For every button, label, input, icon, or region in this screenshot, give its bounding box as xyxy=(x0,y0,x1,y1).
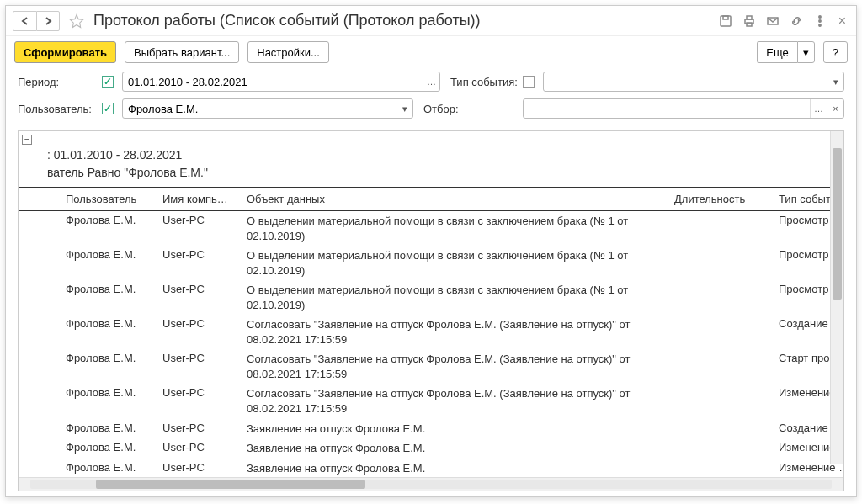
vscroll-thumb[interactable] xyxy=(833,148,842,300)
table-row[interactable]: Фролова Е.М.User-PCЗаявление на отпуск Ф… xyxy=(19,438,843,459)
event-type-checkbox[interactable] xyxy=(523,76,535,88)
svg-rect-1 xyxy=(723,16,728,19)
selection-clear-icon[interactable]: × xyxy=(827,99,843,118)
table-row[interactable]: Фролова Е.М.User-PCСогласовать "Заявлени… xyxy=(19,315,843,349)
close-icon[interactable]: × xyxy=(835,13,849,29)
table-row[interactable]: Фролова Е.М.User-PCЗаявление на отпуск Ф… xyxy=(19,419,843,439)
selection-label: Отбор: xyxy=(417,103,519,115)
help-button[interactable]: ? xyxy=(823,41,848,63)
event-type-dropdown-icon[interactable]: ▾ xyxy=(827,72,843,91)
email-icon[interactable] xyxy=(764,13,781,29)
titlebar: Протокол работы (Список событий (Протоко… xyxy=(6,6,856,36)
user-label: Пользователь: xyxy=(18,103,98,115)
selection-picker-icon[interactable]: … xyxy=(810,99,827,118)
col-user: Пользователь xyxy=(59,188,156,211)
more-button[interactable]: Еще xyxy=(757,41,796,63)
selection-input[interactable] xyxy=(524,99,810,118)
period-label: Период: xyxy=(18,76,98,88)
period-picker-icon[interactable]: … xyxy=(423,72,439,91)
table-row[interactable]: Фролова Е.М.User-PCО выделении материаль… xyxy=(19,211,843,247)
save-icon[interactable] xyxy=(717,13,734,29)
svg-rect-0 xyxy=(721,16,731,26)
settings-button[interactable]: Настройки... xyxy=(247,41,329,63)
report-area: − : 01.01.2010 - 28.02.2021 ватель Равно… xyxy=(18,130,844,491)
period-checkbox[interactable] xyxy=(102,76,114,88)
nav-back-button[interactable] xyxy=(13,11,36,31)
svg-point-7 xyxy=(818,19,820,21)
toolbar: Сформировать Выбрать вариант... Настройк… xyxy=(6,36,856,68)
col-computer: Имя компьютера xyxy=(156,188,240,211)
filters: Период: … Тип события: ▾ Пользователь: ▾… xyxy=(6,68,856,130)
user-dropdown-icon[interactable]: ▾ xyxy=(396,99,412,118)
period-input[interactable] xyxy=(123,72,423,91)
table-row[interactable]: Фролова Е.М.User-PCО выделении материаль… xyxy=(19,280,843,315)
user-checkbox[interactable] xyxy=(102,103,114,114)
report-table: Пользователь Имя компьютера Объект данны… xyxy=(19,187,843,477)
link-icon[interactable] xyxy=(788,13,805,29)
generate-button[interactable]: Сформировать xyxy=(14,41,116,63)
hscroll-thumb[interactable] xyxy=(96,480,365,489)
choose-variant-button[interactable]: Выбрать вариант... xyxy=(125,41,239,63)
collapse-toggle-icon[interactable]: − xyxy=(22,135,32,145)
table-row[interactable]: Фролова Е.М.User-PCО выделении материаль… xyxy=(19,246,843,280)
print-icon[interactable] xyxy=(741,13,758,29)
col-object: Объект данных xyxy=(240,188,668,211)
event-type-label: Тип события: xyxy=(444,76,519,88)
svg-point-6 xyxy=(818,15,820,17)
nav-forward-button[interactable] xyxy=(36,11,60,31)
table-row[interactable]: Фролова Е.М.User-PCСогласовать "Заявлени… xyxy=(19,349,843,384)
event-type-input[interactable] xyxy=(544,72,827,91)
favorite-star-icon[interactable] xyxy=(67,11,87,31)
more-vert-icon[interactable] xyxy=(811,13,828,29)
svg-rect-4 xyxy=(747,23,752,26)
more-dropdown-icon[interactable]: ▾ xyxy=(797,41,815,63)
report-header: : 01.01.2010 - 28.02.2021 ватель Равно "… xyxy=(19,131,843,187)
svg-point-8 xyxy=(818,24,820,25)
table-row[interactable]: Фролова Е.М.User-PCСогласовать "Заявлени… xyxy=(19,384,843,418)
vertical-scrollbar[interactable] xyxy=(830,131,843,464)
svg-rect-3 xyxy=(747,16,752,19)
table-header-row: Пользователь Имя компьютера Объект данны… xyxy=(19,188,843,211)
user-input[interactable] xyxy=(123,99,396,118)
window-title: Протокол работы (Список событий (Протоко… xyxy=(93,12,714,29)
col-duration: Длительность xyxy=(668,188,772,211)
table-row[interactable]: Фролова Е.М.User-PCЗаявление на отпуск Ф… xyxy=(19,459,843,477)
horizontal-scrollbar[interactable] xyxy=(19,477,843,491)
